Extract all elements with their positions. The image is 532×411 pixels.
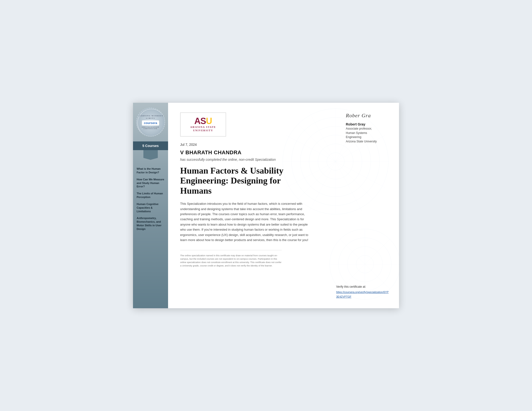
recipient-name: V BHARATH CHANDRA bbox=[180, 149, 387, 156]
sidebar-course-1: What is the Human Factor in Design? bbox=[137, 167, 164, 174]
right-panel: Rober Gra Robert Gray Associate professo… bbox=[346, 112, 389, 144]
specialization-title: Human Factors & Usability Engineering: D… bbox=[180, 166, 301, 196]
specialization-description: This Specialization introduces you to th… bbox=[180, 201, 311, 243]
svg-line-21 bbox=[340, 239, 390, 289]
courses-count: 5 Courses bbox=[133, 144, 168, 148]
coursera-badge: LEARNING WITHOUT LIMITS coursera SPECIAL… bbox=[136, 108, 165, 137]
svg-point-15 bbox=[339, 238, 391, 291]
asu-letters: ASU bbox=[194, 117, 212, 125]
verify-section: Verify this certificate at: https://cour… bbox=[336, 285, 389, 299]
courses-banner: 5 Courses bbox=[133, 141, 168, 150]
sidebar: LEARNING WITHOUT LIMITS coursera SPECIAL… bbox=[133, 103, 168, 308]
main-content: ASU ARIZONA STATE UNIVERSITY Rober Gra R… bbox=[168, 103, 399, 308]
instructor-title: Associate professor, Human Systems Engin… bbox=[346, 127, 389, 144]
verify-link[interactable]: https://coursera.org/verify/specializati… bbox=[336, 291, 389, 298]
university-logo-box: ASU ARIZONA STATE UNIVERSITY bbox=[180, 112, 226, 137]
sidebar-course-4: Human Cognitive Capacities & Limitations bbox=[137, 202, 164, 213]
ribbon-decoration bbox=[143, 150, 158, 160]
svg-point-17 bbox=[356, 255, 374, 273]
certificate-wrapper: LEARNING WITHOUT LIMITS coursera SPECIAL… bbox=[133, 103, 399, 308]
university-name: ARIZONA STATE UNIVERSITY bbox=[190, 125, 216, 132]
completed-text: has successfully completed the online, n… bbox=[180, 158, 387, 161]
instructor-signature: Rober Gra bbox=[346, 112, 389, 119]
instructor-name: Robert Gray bbox=[346, 122, 389, 126]
sidebar-course-2: How Can We Measure and Study Human Error… bbox=[137, 178, 164, 188]
sidebar-courses-list: What is the Human Factor in Design? How … bbox=[133, 160, 168, 308]
sidebar-course-5: Anthropometry, Biomechanics, and Motor S… bbox=[137, 216, 164, 231]
svg-point-16 bbox=[347, 247, 382, 282]
asu-logo: ASU ARIZONA STATE UNIVERSITY bbox=[190, 117, 216, 132]
sidebar-course-3: The Limits of Human Perception bbox=[137, 192, 164, 199]
svg-line-20 bbox=[340, 239, 390, 289]
verify-label: Verify this certificate at: bbox=[336, 285, 389, 289]
certificate-disclaimer: The online specialization named in this … bbox=[180, 250, 282, 268]
asu-u-letter: U bbox=[206, 116, 212, 126]
